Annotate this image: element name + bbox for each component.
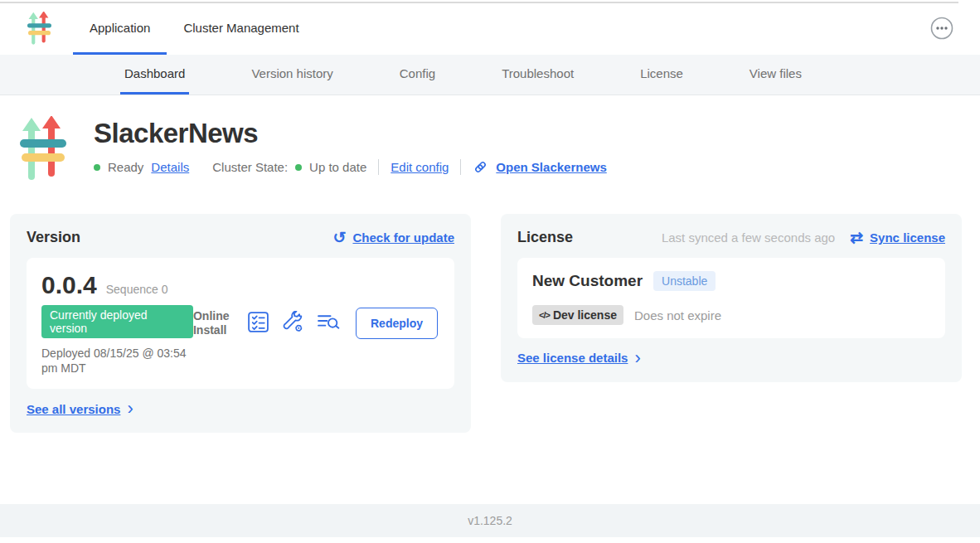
license-details-panel: New Customer Unstable </> Dev license Do… [517,258,945,338]
redeploy-button[interactable]: Redeploy [356,308,438,339]
app-header: SlackerNews Ready Details Cluster State:… [0,95,980,184]
top-hairline [0,0,980,3]
ellipsis-circle-icon [930,17,953,42]
page: Application Cluster Management Dashboard… [0,0,980,543]
tab-troubleshoot-label: Troubleshoot [502,66,574,80]
wrench-gear-icon [282,311,304,336]
version-card-header: Version ↺ Check for update [27,229,454,246]
license-type-badge: </> Dev license [532,305,623,325]
sequence-label: Sequence 0 [106,283,168,296]
version-number-row: 0.0.4 Sequence 0 [41,271,193,299]
see-license-details-link[interactable]: See license details [517,351,628,365]
external-link-icon [473,159,488,175]
install-type-label: Online Install [193,309,235,338]
status-details-link[interactable]: Details [151,160,189,174]
view-logs-button[interactable] [317,312,341,335]
current-version-info: 0.0.4 Sequence 0 Currently deployed vers… [41,271,193,376]
code-icon: </> [539,310,550,320]
tab-application[interactable]: Application [73,3,167,55]
tab-cluster-management[interactable]: Cluster Management [167,3,315,55]
edit-config-button[interactable] [282,311,304,336]
license-type-label: Dev license [553,308,617,322]
version-card-footer: See all versions › [27,401,454,416]
customer-name: New Customer [532,272,643,290]
app-tabs: Application Cluster Management [73,3,316,55]
license-type-row: </> Dev license Does not expire [532,305,930,325]
slackernews-logo-icon [27,12,51,46]
console-footer: v1.125.2 [0,504,980,537]
deployed-timestamp: Deployed 08/15/25 @ 03:54 pm MDT [41,346,193,376]
dashboard-cards: Version ↺ Check for update 0.0.4 Sequenc… [0,184,980,433]
current-version-panel: 0.0.4 Sequence 0 Currently deployed vers… [27,258,454,389]
page-title: SlackerNews [94,118,607,149]
tab-troubleshoot[interactable]: Troubleshoot [497,55,578,95]
refresh-icon: ↺ [333,230,347,245]
license-card: License Last synced a few seconds ago ⇄ … [501,214,962,382]
open-app-link[interactable]: Open Slackernews [496,160,606,174]
vertical-divider [460,159,461,175]
tab-view-files-label: View files [750,66,802,80]
tab-license[interactable]: License [636,55,687,95]
version-card-title: Version [27,229,80,246]
tab-config-label: Config [400,66,435,80]
tab-view-files[interactable]: View files [745,55,806,95]
slackernews-logo-icon-large [20,116,66,184]
license-card-title: License [517,229,573,246]
deployed-status-badge: Currently deployed version [41,305,193,338]
tab-dashboard-label: Dashboard [124,66,185,80]
cluster-state-value: Up to date [309,160,366,174]
tab-license-label: License [640,66,683,80]
edit-config-link[interactable]: Edit config [391,160,449,174]
tab-version-history-label: Version history [251,66,332,80]
license-expiry-text: Does not expire [634,308,721,322]
app-sub-navigation: Dashboard Version history Config Trouble… [0,55,980,95]
version-card: Version ↺ Check for update 0.0.4 Sequenc… [10,214,471,433]
overflow-menu-button[interactable] [930,17,953,42]
version-card-actions: ↺ Check for update [333,230,454,245]
customer-row: New Customer Unstable [532,271,930,291]
checklist-icon [247,311,269,336]
check-for-update-link[interactable]: Check for update [352,230,454,245]
sync-license-link[interactable]: Sync license [870,230,945,245]
tab-config[interactable]: Config [395,55,439,95]
preflight-checks-button[interactable] [247,311,269,336]
app-ready-status-dot [94,164,100,171]
license-card-actions: Last synced a few seconds ago ⇄ Sync lic… [662,230,945,245]
app-header-text: SlackerNews Ready Details Cluster State:… [94,116,607,184]
license-card-header: License Last synced a few seconds ago ⇄ … [517,229,945,246]
cluster-state-status-dot [295,164,302,171]
sync-icon: ⇄ [850,230,863,245]
top-navigation: Application Cluster Management [0,3,980,55]
chevron-right-icon: › [127,401,133,416]
cluster-state-label: Cluster State: [212,160,288,174]
tab-application-label: Application [90,21,150,35]
vertical-divider [378,159,379,175]
last-synced-text: Last synced a few seconds ago [662,230,835,245]
chevron-right-icon: › [634,351,640,366]
license-card-footer: See license details › [517,351,945,366]
tab-version-history[interactable]: Version history [247,55,337,95]
app-status-text: Ready [108,160,143,174]
version-number: 0.0.4 [41,271,97,299]
tab-dashboard[interactable]: Dashboard [120,55,189,95]
console-version-text: v1.125.2 [468,514,512,527]
see-all-versions-link[interactable]: See all versions [27,402,120,416]
dashboard-main: SlackerNews Ready Details Cluster State:… [0,95,980,504]
version-actions: Online Install [193,308,439,339]
logs-magnifier-icon [317,312,341,335]
channel-badge: Unstable [653,271,716,291]
tab-cluster-management-label: Cluster Management [183,21,298,35]
app-status-row: Ready Details Cluster State: Up to date … [94,159,607,175]
